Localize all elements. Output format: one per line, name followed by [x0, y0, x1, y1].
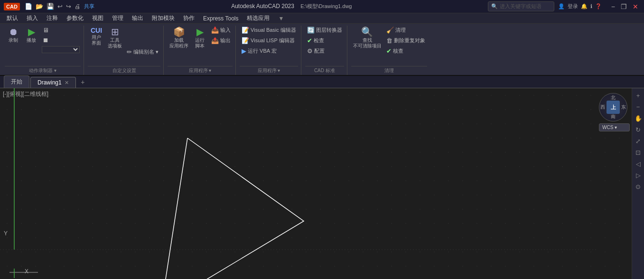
- compass-ring[interactable]: 北 南 西 东 上: [599, 93, 627, 121]
- drawing-canvas[interactable]: Y X: [0, 88, 644, 279]
- layer-convert-btn[interactable]: 🔄 图层转换器: [305, 26, 344, 35]
- nav-wheel-btn[interactable]: ⊙: [633, 181, 644, 192]
- ribbon-group-recorder: ⏺ 录制 ▶ 播放 🖥 ⏹: [2, 26, 84, 75]
- record-btn[interactable]: ⏺ 录制: [5, 26, 22, 45]
- undo-icon[interactable]: ↩: [56, 2, 64, 10]
- prev-btn[interactable]: ◁: [633, 158, 644, 169]
- orbit-btn[interactable]: ↻: [633, 124, 644, 135]
- recorder-label: 动作录制器 ▾: [5, 66, 81, 75]
- viewport[interactable]: [-][俯视][二维线框] Y X 北 南 西: [0, 88, 644, 279]
- audit-icon: ✔: [386, 47, 392, 55]
- check-btn[interactable]: ✔ 检查: [305, 36, 326, 45]
- play-icon: ▶: [28, 27, 35, 37]
- menu-item-view[interactable]: 视图: [88, 13, 107, 23]
- app1-label: 应用程序 ▾: [168, 66, 233, 75]
- ribbon-group-purge: 🔍 查找不可清除项目 🧹 清理 🗑 删除重复对象 ✔ 核查: [348, 26, 430, 75]
- record-icon: ⏺: [9, 27, 18, 37]
- menu-item-output[interactable]: 输出: [128, 13, 147, 23]
- edit-alias-btn[interactable]: ✏ 编辑别名 ▾: [125, 47, 160, 56]
- tab-add-btn[interactable]: +: [77, 76, 88, 88]
- window-zoom-btn[interactable]: ⊡: [633, 147, 644, 158]
- stop-btn[interactable]: ⏹: [41, 36, 81, 45]
- cui-btn[interactable]: CUI 用户界面: [88, 26, 105, 47]
- compass-north: 北: [611, 94, 616, 101]
- info-icon[interactable]: ℹ: [590, 3, 592, 9]
- minimize-btn[interactable]: −: [609, 3, 617, 10]
- next-btn[interactable]: ▷: [633, 170, 644, 180]
- vba-items: 📝 Visual Basic 编辑器 📝 Visual LISP 编辑器 ▶ 运…: [240, 26, 298, 65]
- menu-item-manage[interactable]: 管理: [108, 13, 127, 23]
- export-icon: 📤: [211, 37, 219, 44]
- search-box[interactable]: 🔍 进入关键字或短语: [488, 1, 554, 11]
- menu-item-default[interactable]: 默认: [3, 13, 22, 23]
- pan-btn[interactable]: ✋: [633, 113, 644, 123]
- quick-access-toolbar: 📄 📂 💾 ↩ ↪ 🖨 共享: [24, 2, 95, 10]
- del-duplicate-btn[interactable]: 🗑 删除重复对象: [384, 36, 427, 45]
- app-title: Autodesk AutoCAD 2023 E:\模型\Drawing1.dwg: [99, 3, 484, 10]
- menu-item-addons[interactable]: 附加模块: [148, 13, 178, 23]
- help-icon[interactable]: ❓: [595, 3, 602, 9]
- import-btn[interactable]: 📥 输入: [209, 26, 233, 35]
- vb-icon: 📝: [242, 27, 249, 34]
- svg-text:Y: Y: [4, 230, 8, 237]
- tab-drawing1[interactable]: Drawing1 ✕: [30, 77, 76, 88]
- vb-editor-btn[interactable]: 📝 Visual Basic 编辑器: [240, 26, 298, 35]
- compass-center[interactable]: 上: [607, 101, 620, 114]
- search-icon: 🔍: [491, 3, 498, 9]
- menu-item-collaborate[interactable]: 协作: [179, 13, 198, 23]
- lisp-icon: 📝: [242, 37, 249, 44]
- load-app-btn[interactable]: 📦 加载应用程序: [168, 26, 190, 50]
- find-nopurge-btn[interactable]: 🔍 查找不可清除项目: [351, 26, 383, 50]
- new-icon[interactable]: 📄: [24, 2, 33, 10]
- open-icon[interactable]: 📂: [35, 2, 44, 10]
- menu-item-more[interactable]: ▼: [274, 14, 288, 23]
- ribbon-group-vba: 📝 Visual Basic 编辑器 📝 Visual LISP 编辑器 ▶ 运…: [237, 26, 301, 75]
- run-vba-btn[interactable]: ▶ 运行 VBA 宏: [240, 46, 279, 56]
- bell-icon[interactable]: 🔔: [581, 3, 588, 9]
- action-dropdown[interactable]: [42, 46, 80, 53]
- menu-item-annotate[interactable]: 注释: [43, 13, 62, 23]
- check-icon: ✔: [307, 37, 312, 44]
- manage-action-btn[interactable]: 🖥: [41, 26, 81, 35]
- extents-btn[interactable]: ⤢: [633, 136, 644, 146]
- main-area: [-][俯视][二维线框] Y X 北 南 西: [0, 88, 644, 279]
- cad-std-items: 🔄 图层转换器 ✔ 检查 ⚙ 配置: [305, 26, 344, 65]
- menu-item-insert[interactable]: 插入: [23, 13, 42, 23]
- share-btn[interactable]: 共享: [83, 2, 95, 10]
- import-icon: 📥: [211, 27, 219, 34]
- play-btn[interactable]: ▶ 播放: [23, 26, 40, 45]
- close-btn[interactable]: ✕: [631, 3, 640, 10]
- export-btn[interactable]: 📤 输出: [209, 36, 233, 45]
- toolpalette-btn[interactable]: ⊞ 工具选项板: [106, 26, 124, 50]
- titlebar: CAD 📄 📂 💾 ↩ ↪ 🖨 共享 Autodesk AutoCAD 2023…: [0, 0, 644, 13]
- run-script-btn[interactable]: ▶ 运行脚本: [191, 26, 208, 50]
- menu-item-featured[interactable]: 精选应用: [243, 13, 273, 23]
- ribbon-group-cad-standard: 🔄 图层转换器 ✔ 检查 ⚙ 配置 CAD 标准: [302, 26, 347, 75]
- load-app-icon: 📦: [173, 27, 185, 37]
- viewcube[interactable]: 北 南 西 东 上 WCS ▾: [597, 93, 630, 140]
- purge-btn[interactable]: 🧹 清理: [384, 26, 427, 35]
- zoom-out-btn[interactable]: −: [633, 102, 644, 112]
- configure-btn[interactable]: ⚙ 配置: [305, 46, 327, 56]
- svg-text:X: X: [25, 268, 28, 275]
- user-icon: 👤: [558, 3, 565, 9]
- lisp-editor-btn[interactable]: 📝 Visual LISP 编辑器: [240, 36, 297, 45]
- del-dup-icon: 🗑: [386, 37, 392, 44]
- print-icon[interactable]: 🖨: [74, 2, 82, 10]
- audit-btn[interactable]: ✔ 核查: [384, 46, 427, 56]
- menu-item-parametric[interactable]: 参数化: [63, 13, 87, 23]
- viewport-wrapper: [-][俯视][二维线框] Y X 北 南 西: [0, 88, 644, 279]
- redo-icon[interactable]: ↪: [65, 2, 72, 10]
- configure-icon: ⚙: [307, 47, 313, 55]
- save-icon[interactable]: 💾: [46, 2, 55, 10]
- login-label[interactable]: 登录: [568, 3, 578, 10]
- menu-item-express[interactable]: Express Tools: [199, 14, 242, 23]
- compass-west: 西: [600, 104, 605, 111]
- purge-label: 清理: [351, 66, 427, 75]
- wcs-badge[interactable]: WCS ▾: [599, 123, 630, 131]
- tab-close-icon[interactable]: ✕: [65, 80, 69, 85]
- tab-start[interactable]: 开始: [4, 75, 29, 88]
- zoom-in-btn[interactable]: +: [633, 90, 644, 101]
- custom-items: CUI 用户界面 ⊞ 工具选项板 ✏ 编辑别名 ▾: [88, 26, 160, 65]
- restore-btn[interactable]: ❐: [619, 3, 629, 10]
